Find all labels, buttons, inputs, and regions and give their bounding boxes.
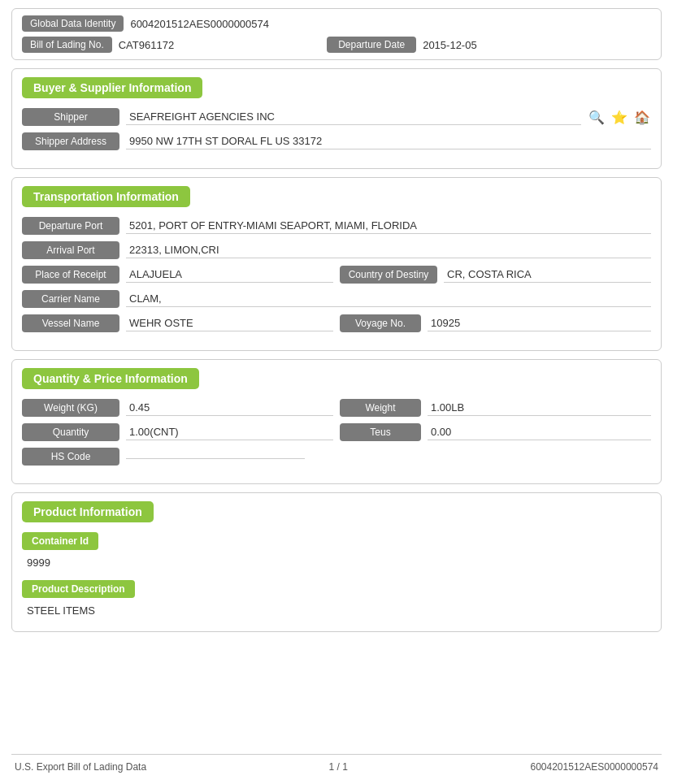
hs-code-label: HS Code [22,448,119,466]
place-of-receipt-value: ALAJUELA [126,266,333,283]
weight-row: Weight (KG) 0.45 Weight 1.00LB [22,399,651,417]
vessel-name-value: WEHR OSTE [126,315,333,331]
receipt-destiny-row: Place of Receipt ALAJUELA Country of Des… [22,266,651,284]
teus-value: 0.00 [428,424,651,440]
buyer-supplier-title: Buyer & Supplier Information [22,77,202,98]
product-title: Product Information [22,501,154,522]
product-description-value: STEEL ITEMS [22,601,651,620]
buyer-supplier-section: Buyer & Supplier Information Shipper SEA… [11,68,662,169]
footer-left: U.S. Export Bill of Lading Data [15,761,146,773]
identity-card: Global Data Identity 6004201512AES000000… [11,8,662,60]
shipper-address-row: Shipper Address 9950 NW 17TH ST DORAL FL… [22,132,651,150]
page-footer: U.S. Export Bill of Lading Data 1 / 1 60… [11,754,662,776]
voyage-no-value: 10925 [428,315,651,331]
product-description-label: Product Description [22,580,135,598]
weight-lb-value: 1.00LB [428,400,651,416]
weight-kg-label: Weight (KG) [22,399,119,417]
bill-lading-row: Bill of Lading No. CAT961172 Departure D… [22,37,651,53]
departure-date-value: 2015-12-05 [423,39,477,51]
teus-label: Teus [340,423,421,441]
vessel-name-group: Vessel Name WEHR OSTE [22,314,333,332]
search-icon[interactable]: 🔍 [588,108,606,126]
country-destiny-group: Country of Destiny CR, COSTA RICA [340,266,651,284]
quantity-teus-row: Quantity 1.00(CNT) Teus 0.00 [22,423,651,441]
transportation-title: Transportation Information [22,186,190,207]
place-of-receipt-group: Place of Receipt ALAJUELA [22,266,333,284]
weight-lb-group: Weight 1.00LB [340,399,651,417]
quantity-label: Quantity [22,423,119,441]
vessel-name-label: Vessel Name [22,314,119,332]
arrival-port-label: Arrival Port [22,241,119,259]
weight-kg-value: 0.45 [126,400,333,416]
quantity-group: Quantity 1.00(CNT) [22,423,333,441]
shipper-row: Shipper SEAFREIGHT AGENCIES INC 🔍 ⭐ 🏠 [22,108,651,126]
voyage-no-group: Voyage No. 10925 [340,314,651,332]
hs-code-value [126,455,305,459]
home-icon[interactable]: 🏠 [633,108,651,126]
hs-code-row: HS Code [22,448,651,466]
container-id-label: Container Id [22,532,98,550]
departure-port-row: Departure Port 5201, PORT OF ENTRY-MIAMI… [22,217,651,235]
global-data-label: Global Data Identity [22,15,124,32]
departure-date-label: Departure Date [327,37,416,53]
weight-kg-group: Weight (KG) 0.45 [22,399,333,417]
bill-lading-value: CAT961172 [119,39,174,51]
container-id-block: Container Id 9999 [22,532,651,572]
container-id-value: 9999 [22,553,651,572]
footer-right: 6004201512AES0000000574 [530,761,658,773]
arrival-port-value: 22313, LIMON,CRI [126,242,651,258]
arrival-port-row: Arrival Port 22313, LIMON,CRI [22,241,651,259]
departure-port-value: 5201, PORT OF ENTRY-MIAMI SEAPORT, MIAMI… [126,218,651,234]
weight-lb-label: Weight [340,399,421,417]
star-icon[interactable]: ⭐ [610,108,628,126]
place-of-receipt-label: Place of Receipt [22,266,119,284]
product-section: Product Information Container Id 9999 Pr… [11,492,662,632]
carrier-name-value: CLAM, [126,291,651,307]
quantity-value: 1.00(CNT) [126,424,333,440]
quantity-price-section: Quantity & Price Information Weight (KG)… [11,359,662,484]
footer-center: 1 / 1 [329,761,348,773]
voyage-no-label: Voyage No. [340,314,421,332]
shipper-value: SEAFREIGHT AGENCIES INC [126,109,581,125]
departure-port-label: Departure Port [22,217,119,235]
shipper-address-label: Shipper Address [22,132,119,150]
bill-lading-label: Bill of Lading No. [22,37,112,53]
carrier-name-label: Carrier Name [22,290,119,308]
transportation-section: Transportation Information Departure Por… [11,177,662,351]
country-of-destiny-value: CR, COSTA RICA [444,266,651,283]
shipper-icon-group: 🔍 ⭐ 🏠 [588,108,651,126]
carrier-name-row: Carrier Name CLAM, [22,290,651,308]
vessel-voyage-row: Vessel Name WEHR OSTE Voyage No. 10925 [22,314,651,332]
teus-group: Teus 0.00 [340,423,651,441]
product-description-block: Product Description STEEL ITEMS [22,580,651,620]
shipper-address-value: 9950 NW 17TH ST DORAL FL US 33172 [126,133,651,149]
quantity-price-title: Quantity & Price Information [22,368,199,389]
global-data-row: Global Data Identity 6004201512AES000000… [22,15,651,32]
country-of-destiny-label: Country of Destiny [340,266,437,284]
global-data-value: 6004201512AES0000000574 [130,18,269,30]
shipper-label: Shipper [22,108,119,126]
